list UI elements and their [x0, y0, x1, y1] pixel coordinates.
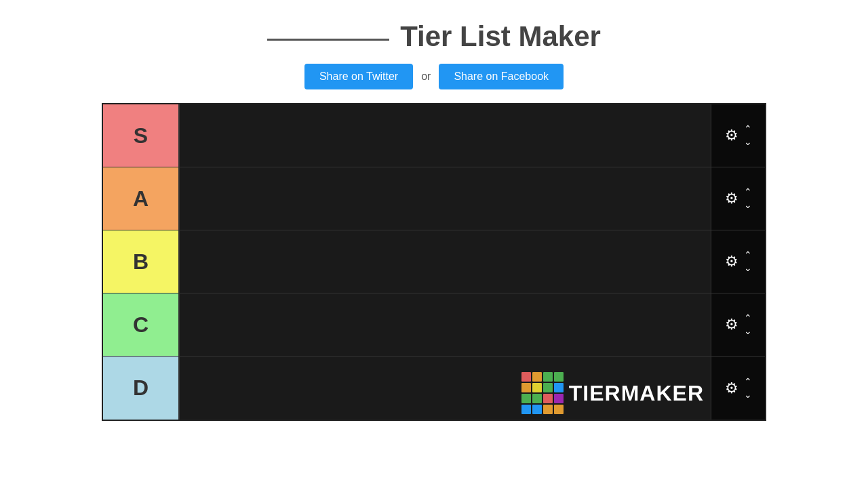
tier-controls-c: ⚙⌃⌄ — [711, 293, 765, 356]
tier-list: S⚙⌃⌄A⚙⌃⌄B⚙⌃⌄C⚙⌃⌄DTiERMAKER⚙⌃⌄ — [102, 103, 766, 421]
tier-row-s: S⚙⌃⌄ — [103, 104, 765, 167]
chevron-down-icon[interactable]: ⌄ — [744, 136, 752, 148]
gear-icon[interactable]: ⚙ — [725, 380, 738, 397]
tiermaker-text: TiERMAKER — [569, 381, 704, 406]
chevron-up-icon[interactable]: ⌃ — [744, 123, 752, 135]
tier-chevrons-s: ⌃⌄ — [744, 123, 752, 148]
tier-content-s — [180, 104, 711, 167]
chevron-up-icon[interactable]: ⌃ — [744, 186, 752, 198]
share-facebook-button[interactable]: Share on Facebook — [439, 64, 564, 89]
page-title: Tier List Maker — [400, 20, 601, 53]
tier-chevrons-a: ⌃⌄ — [744, 186, 752, 211]
tier-row-b: B⚙⌃⌄ — [103, 230, 765, 293]
chevron-up-icon[interactable]: ⌃ — [744, 312, 752, 324]
share-row: Share on Twitter or Share on Facebook — [304, 64, 564, 89]
tier-chevrons-d: ⌃⌄ — [744, 376, 752, 401]
tier-content-d: TiERMAKER — [180, 357, 711, 420]
tier-content-b — [180, 230, 711, 293]
tier-row-a: A⚙⌃⌄ — [103, 167, 765, 230]
tier-label-b: B — [103, 230, 180, 293]
gear-icon[interactable]: ⚙ — [725, 190, 738, 207]
tier-controls-d: ⚙⌃⌄ — [711, 357, 765, 420]
chevron-down-icon[interactable]: ⌄ — [744, 262, 752, 274]
tier-row-d: DTiERMAKER⚙⌃⌄ — [103, 357, 765, 420]
share-twitter-button[interactable]: Share on Twitter — [304, 64, 413, 89]
tier-chevrons-b: ⌃⌄ — [744, 249, 752, 274]
chevron-down-icon[interactable]: ⌄ — [744, 199, 752, 211]
chevron-down-icon[interactable]: ⌄ — [744, 325, 752, 337]
tiermaker-watermark: TiERMAKER — [515, 367, 711, 420]
tier-content-a — [180, 167, 711, 230]
tier-controls-a: ⚙⌃⌄ — [711, 167, 765, 230]
chevron-up-icon[interactable]: ⌃ — [744, 249, 752, 261]
page-header: Tier List Maker Share on Twitter or Shar… — [0, 0, 868, 103]
tier-label-s: S — [103, 104, 180, 167]
chevron-up-icon[interactable]: ⌃ — [744, 376, 752, 388]
tier-content-c — [180, 293, 711, 356]
gear-icon[interactable]: ⚙ — [725, 253, 738, 270]
tier-label-c: C — [103, 293, 180, 356]
tier-row-c: C⚙⌃⌄ — [103, 293, 765, 357]
tier-label-a: A — [103, 167, 180, 230]
share-or-text: or — [421, 70, 431, 83]
tier-label-d: D — [103, 357, 180, 420]
title-decoration — [267, 39, 389, 41]
tier-chevrons-c: ⌃⌄ — [744, 312, 752, 337]
title-row: Tier List Maker — [267, 20, 601, 53]
gear-icon[interactable]: ⚙ — [725, 316, 738, 333]
gear-icon[interactable]: ⚙ — [725, 127, 738, 144]
tier-controls-b: ⚙⌃⌄ — [711, 230, 765, 293]
chevron-down-icon[interactable]: ⌄ — [744, 389, 752, 401]
tier-controls-s: ⚙⌃⌄ — [711, 104, 765, 167]
